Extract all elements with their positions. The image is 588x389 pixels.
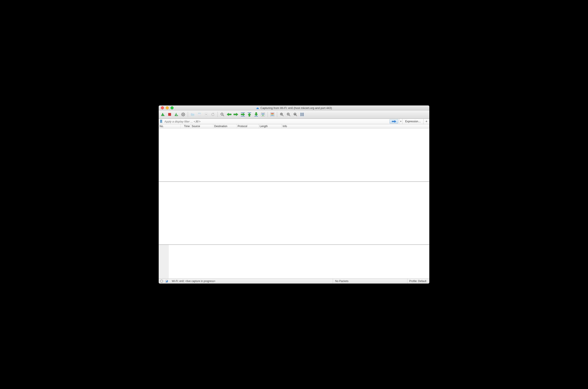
column-header-time[interactable]: Time — [181, 124, 191, 128]
svg-line-10 — [184, 113, 185, 113]
toolbar-separator — [268, 112, 268, 117]
svg-line-20 — [223, 115, 224, 116]
svg-line-40 — [296, 115, 297, 116]
save-file-button[interactable] — [196, 111, 203, 118]
arrow-left-icon — [227, 113, 231, 116]
go-first-packet-button[interactable] — [246, 111, 253, 118]
status-packets: No Packets — [333, 279, 407, 284]
svg-line-8 — [184, 116, 185, 116]
folder-icon — [190, 112, 195, 116]
status-bar: Wi-Fi: en0: <live capture in progress> N… — [159, 279, 429, 284]
arrow-up-bar-icon — [248, 112, 251, 117]
column-header-protocol[interactable]: Protocol — [237, 124, 259, 128]
svg-line-9 — [182, 116, 182, 116]
column-header-source[interactable]: Source — [191, 124, 213, 128]
titlebar: Capturing from Wi-Fi: en0 (host mkcert.o… — [159, 105, 429, 110]
zoom-out-button[interactable] — [285, 111, 292, 118]
shark-fin-icon — [161, 112, 165, 117]
app-window: Capturing from Wi-Fi: en0 (host mkcert.o… — [159, 105, 429, 284]
zoom-reset-button[interactable] — [292, 111, 299, 118]
zoom-reset-icon — [293, 112, 298, 117]
arrow-right-icon — [233, 113, 238, 116]
column-header-no[interactable]: No. — [159, 124, 181, 128]
display-filter-bar: ▼ Expression… + — [159, 119, 429, 124]
add-filter-button[interactable]: + — [423, 119, 429, 124]
jump-to-packet-button[interactable] — [239, 111, 246, 118]
note-pencil-icon — [166, 280, 168, 283]
bytes-offset-gutter — [159, 245, 169, 279]
packet-list-header: No. Time Source Destination Protocol Len… — [159, 124, 429, 129]
colorize-button[interactable] — [269, 111, 276, 118]
svg-point-49 — [160, 280, 163, 283]
reload-icon — [211, 112, 215, 116]
toolbar-separator — [218, 112, 218, 117]
svg-rect-0 — [168, 113, 171, 116]
arrow-down-bar-icon — [254, 112, 258, 117]
gear-icon — [181, 112, 185, 117]
title-container: Capturing from Wi-Fi: en0 (host mkcert.o… — [256, 106, 332, 110]
status-profile-button[interactable]: Profile: Default — [407, 279, 429, 284]
resize-columns-button[interactable] — [299, 111, 305, 118]
apply-arrow-icon — [392, 120, 396, 123]
toolbar-separator — [188, 112, 188, 117]
filter-bookmark-button[interactable] — [159, 120, 164, 123]
wireshark-logo-icon — [256, 106, 259, 109]
reload-file-button[interactable] — [210, 111, 216, 118]
go-back-button[interactable] — [226, 111, 232, 118]
capture-options-button[interactable] — [180, 111, 186, 118]
packet-list-pane[interactable] — [159, 129, 429, 181]
main-toolbar — [159, 110, 429, 119]
svg-rect-12 — [198, 113, 201, 114]
packet-details-pane[interactable] — [159, 181, 429, 244]
restart-capture-button[interactable] — [173, 111, 180, 118]
svg-line-37 — [289, 115, 290, 116]
restart-fin-icon — [174, 112, 179, 117]
status-message: Wi-Fi: en0: <live capture in progress> — [170, 279, 333, 284]
column-header-destination[interactable]: Destination — [213, 124, 237, 128]
filter-history-dropdown[interactable]: ▼ — [399, 119, 402, 124]
svg-point-1 — [182, 113, 185, 116]
apply-filter-button[interactable] — [390, 119, 398, 124]
svg-point-2 — [183, 114, 184, 115]
stop-capture-button[interactable] — [166, 111, 173, 118]
traffic-lights — [159, 106, 173, 109]
zoom-window-button[interactable] — [170, 106, 173, 109]
open-file-button[interactable] — [189, 111, 196, 118]
stop-icon — [168, 112, 171, 116]
edit-capture-comment-button[interactable] — [166, 280, 168, 283]
column-header-length[interactable]: Length — [259, 124, 282, 128]
svg-line-33 — [282, 115, 283, 116]
auto-scroll-icon — [261, 112, 265, 117]
go-last-packet-button[interactable] — [253, 111, 259, 118]
expression-button[interactable]: Expression… — [402, 119, 423, 124]
svg-rect-29 — [271, 113, 274, 114]
svg-rect-31 — [271, 115, 274, 116]
display-filter-input[interactable] — [164, 120, 389, 123]
toolbar-separator — [277, 112, 277, 117]
expert-info-icon — [160, 280, 163, 283]
save-icon — [197, 112, 201, 117]
expert-info-button[interactable] — [160, 280, 163, 283]
go-forward-button[interactable] — [233, 111, 239, 118]
magnifier-icon — [220, 112, 224, 117]
svg-point-19 — [221, 113, 223, 115]
minimize-window-button[interactable] — [166, 106, 169, 109]
window-title: Capturing from Wi-Fi: en0 (host mkcert.o… — [260, 106, 332, 110]
find-packet-button[interactable] — [219, 111, 225, 118]
close-file-button[interactable] — [203, 111, 209, 118]
packet-bytes-pane[interactable] — [159, 244, 429, 279]
bookmark-icon — [160, 120, 162, 123]
colorize-icon — [270, 112, 275, 117]
close-file-icon — [204, 112, 208, 117]
start-capture-button[interactable] — [160, 111, 166, 118]
jump-icon — [240, 112, 245, 117]
zoom-in-icon — [280, 112, 284, 117]
close-window-button[interactable] — [161, 106, 164, 109]
resize-columns-icon — [300, 112, 304, 117]
column-header-info[interactable]: Info — [282, 124, 429, 128]
auto-scroll-button[interactable] — [260, 111, 266, 118]
svg-line-7 — [182, 113, 182, 113]
zoom-in-button[interactable] — [279, 111, 285, 118]
svg-rect-30 — [271, 114, 274, 115]
zoom-out-icon — [286, 112, 291, 117]
